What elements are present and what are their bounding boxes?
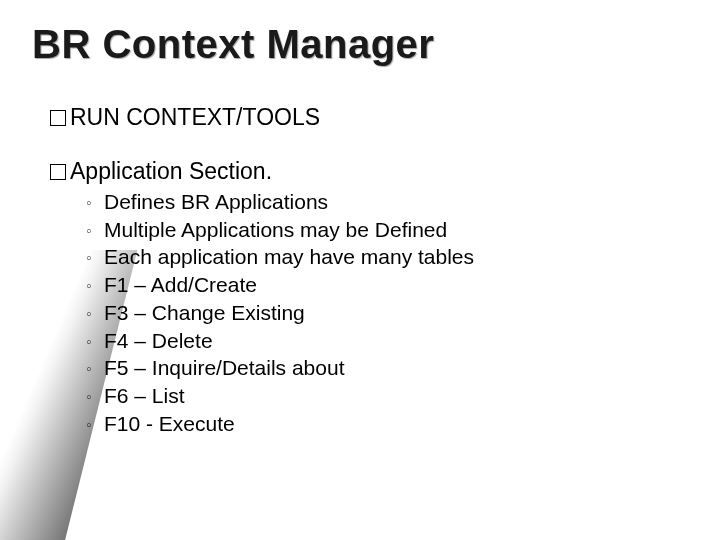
list-item: ◦F3 – Change Existing <box>86 299 474 327</box>
slide-title: BR Context Manager <box>32 22 434 67</box>
ring-bullet-icon: ◦ <box>86 331 104 352</box>
ring-bullet-icon: ◦ <box>86 220 104 241</box>
ring-bullet-icon: ◦ <box>86 414 104 435</box>
list-item-text: Defines BR Applications <box>104 190 328 213</box>
square-bullet-icon <box>50 110 66 126</box>
list-item-text: F4 – Delete <box>104 329 213 352</box>
bullet-level1-application: Application Section. <box>50 158 272 185</box>
slide: BR Context Manager RUN CONTEXT/TOOLS App… <box>0 0 720 540</box>
list-item: ◦F1 – Add/Create <box>86 271 474 299</box>
list-item-text: F5 – Inquire/Details about <box>104 356 344 379</box>
list-item: ◦F5 – Inquire/Details about <box>86 354 474 382</box>
list-item-text: F6 – List <box>104 384 185 407</box>
line1-lead: RUN <box>70 104 120 130</box>
list-item-text: Each application may have many tables <box>104 245 474 268</box>
ring-bullet-icon: ◦ <box>86 358 104 379</box>
list-item-text: F10 - Execute <box>104 412 235 435</box>
ring-bullet-icon: ◦ <box>86 303 104 324</box>
line2-lead: Application <box>70 158 183 184</box>
list-item-text: Multiple Applications may be Defined <box>104 218 447 241</box>
list-item-text: F1 – Add/Create <box>104 273 257 296</box>
list-item: ◦Each application may have many tables <box>86 243 474 271</box>
list-item: ◦F10 - Execute <box>86 410 474 438</box>
list-item: ◦Multiple Applications may be Defined <box>86 216 474 244</box>
list-item: ◦F4 – Delete <box>86 327 474 355</box>
ring-bullet-icon: ◦ <box>86 386 104 407</box>
ring-bullet-icon: ◦ <box>86 192 104 213</box>
sub-bullet-list: ◦Defines BR Applications ◦Multiple Appli… <box>86 188 474 437</box>
square-bullet-icon <box>50 164 66 180</box>
list-item-text: F3 – Change Existing <box>104 301 305 324</box>
line1-rest: CONTEXT/TOOLS <box>120 104 320 130</box>
list-item: ◦Defines BR Applications <box>86 188 474 216</box>
ring-bullet-icon: ◦ <box>86 275 104 296</box>
ring-bullet-icon: ◦ <box>86 247 104 268</box>
bullet-level1-run: RUN CONTEXT/TOOLS <box>50 104 320 131</box>
line2-rest: Section. <box>183 158 273 184</box>
list-item: ◦F6 – List <box>86 382 474 410</box>
